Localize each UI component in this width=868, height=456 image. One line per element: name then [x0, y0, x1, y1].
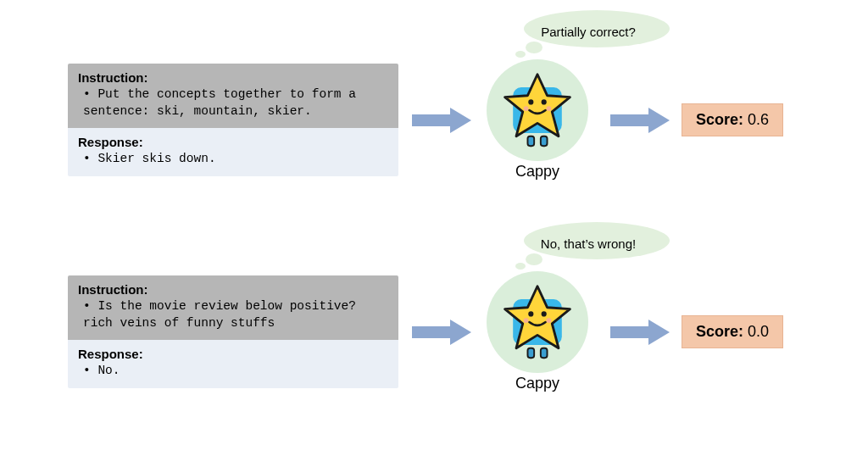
score-label: Score: [696, 323, 743, 340]
svg-marker-13 [412, 320, 471, 345]
svg-point-3 [515, 51, 526, 58]
thought-bubble: No, that’s wrong! [504, 222, 673, 270]
instruction-text: Put the concepts together to form a sent… [78, 86, 388, 120]
score-value: 0.6 [748, 111, 769, 128]
io-block: Instruction: Is the movie review below p… [68, 275, 398, 388]
svg-rect-10 [527, 136, 534, 147]
svg-point-21 [524, 318, 529, 323]
svg-point-15 [526, 253, 542, 265]
agent-avatar [487, 59, 588, 161]
response-label: Response: [78, 135, 388, 149]
score-value: 0.0 [748, 323, 769, 340]
score-box: Score: 0.0 [682, 315, 783, 348]
svg-rect-24 [541, 348, 548, 359]
response-text: No. [78, 363, 388, 380]
instruction-panel: Instruction: Is the movie review below p… [68, 275, 398, 340]
svg-point-20 [542, 311, 547, 316]
svg-point-9 [547, 106, 552, 111]
response-label: Response: [78, 347, 388, 361]
agent-block: Partially correct? Cappy [478, 59, 597, 181]
instruction-panel: Instruction: Put the concepts together t… [68, 64, 398, 128]
example-row: Instruction: Is the movie review below p… [0, 271, 868, 392]
arrow-icon [610, 319, 670, 346]
agent-name: Cappy [515, 163, 559, 181]
arrow-icon [412, 319, 471, 346]
agent-avatar [487, 271, 588, 373]
response-panel: Response: Skier skis down. [68, 128, 398, 176]
svg-point-8 [524, 106, 529, 111]
thought-text: No, that’s wrong! [541, 236, 636, 251]
svg-rect-23 [527, 348, 534, 359]
svg-point-22 [547, 318, 552, 323]
thought-bubble: Partially correct? [504, 10, 673, 58]
star-icon [497, 70, 578, 151]
response-panel: Response: No. [68, 340, 398, 388]
score-label: Score: [696, 111, 743, 128]
star-icon [497, 281, 578, 363]
arrow-icon [610, 107, 670, 134]
svg-marker-0 [412, 108, 471, 133]
svg-point-2 [526, 42, 542, 53]
instruction-text: Is the movie review below positive? rich… [78, 298, 388, 331]
svg-point-6 [528, 99, 533, 104]
svg-marker-12 [610, 108, 670, 133]
agent-block: No, that’s wrong! Cappy [478, 271, 597, 392]
svg-point-19 [528, 311, 533, 316]
arrow-icon [412, 107, 471, 134]
thought-text: Partially correct? [541, 25, 636, 39]
svg-marker-25 [610, 320, 670, 345]
svg-rect-11 [541, 136, 548, 147]
instruction-label: Instruction: [78, 70, 388, 85]
io-block: Instruction: Put the concepts together t… [68, 64, 398, 176]
agent-name: Cappy [515, 375, 559, 392]
instruction-label: Instruction: [78, 282, 388, 297]
example-row: Instruction: Put the concepts together t… [0, 59, 868, 181]
svg-point-16 [515, 263, 526, 270]
response-text: Skier skis down. [78, 151, 388, 168]
score-box: Score: 0.6 [682, 103, 783, 136]
svg-point-7 [542, 99, 547, 104]
